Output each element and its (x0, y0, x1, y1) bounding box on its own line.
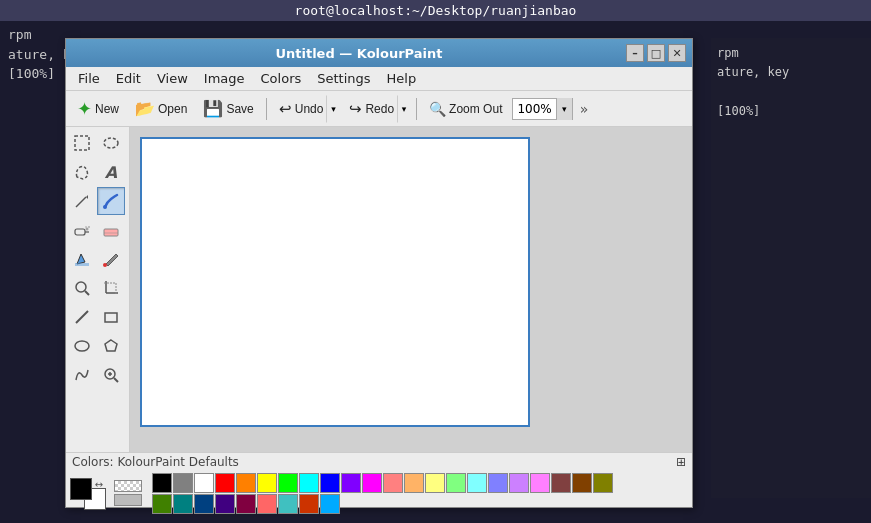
kp-colorbar: Colors: KolourPaint Defaults ⊞ ↔ (66, 452, 692, 507)
palette-swatch[interactable] (383, 473, 403, 493)
colorbar-label-row: Colors: KolourPaint Defaults ⊞ (66, 453, 692, 471)
palette-swatch[interactable] (278, 473, 298, 493)
palette-swatch[interactable] (194, 473, 214, 493)
menu-colors[interactable]: Colors (253, 69, 310, 88)
palette-swatch[interactable] (257, 473, 277, 493)
tool-curve[interactable] (68, 361, 96, 389)
tool-eraser[interactable] (97, 216, 125, 244)
redo-button[interactable]: ↪ Redo (342, 95, 397, 123)
palette-swatch[interactable] (278, 494, 298, 514)
svg-rect-10 (104, 229, 118, 236)
zoom-out-label: Zoom Out (449, 102, 502, 116)
svg-point-14 (76, 282, 86, 292)
special-swatches (114, 480, 144, 508)
svg-marker-23 (105, 340, 117, 351)
tool-ellipse-select[interactable] (97, 129, 125, 157)
zoom-value: 100% (513, 102, 555, 116)
fg-color-swatch[interactable] (70, 478, 92, 500)
tool-pencil[interactable] (68, 187, 96, 215)
zoom-out-button[interactable]: 🔍 Zoom Out (422, 95, 509, 123)
zoom-dropdown-btn[interactable]: ▾ (556, 98, 572, 120)
svg-point-8 (88, 226, 90, 228)
redo-group: ↪ Redo ▾ (342, 95, 411, 123)
tool-ellipse[interactable] (68, 332, 96, 360)
palette-swatch[interactable] (152, 494, 172, 514)
tool-brush[interactable] (97, 187, 125, 215)
palette-swatch[interactable] (488, 473, 508, 493)
menu-settings[interactable]: Settings (309, 69, 378, 88)
tool-text[interactable]: A (97, 158, 125, 186)
palette-swatch[interactable] (551, 473, 571, 493)
palette-swatch[interactable] (236, 473, 256, 493)
palette-swatch[interactable] (173, 473, 193, 493)
palette-swatch[interactable] (530, 473, 550, 493)
kp-canvas-area[interactable] (130, 127, 692, 452)
palette-swatch[interactable] (173, 494, 193, 514)
palette-swatch[interactable] (446, 473, 466, 493)
tool-airbrush[interactable] (68, 216, 96, 244)
menu-edit[interactable]: Edit (108, 69, 149, 88)
palette-swatch[interactable] (194, 494, 214, 514)
palette-swatch[interactable] (341, 473, 361, 493)
palette-swatch[interactable] (593, 473, 613, 493)
undo-group: ↩ Undo ▾ (272, 95, 341, 123)
new-button[interactable]: ✦ New (70, 95, 126, 123)
undo-button[interactable]: ↩ Undo (272, 95, 327, 123)
undo-dropdown[interactable]: ▾ (326, 95, 340, 123)
menu-file[interactable]: File (70, 69, 108, 88)
palette-swatch[interactable] (215, 494, 235, 514)
palette-swatch[interactable] (299, 494, 319, 514)
minimize-button[interactable]: – (626, 44, 644, 62)
palette-swatch[interactable] (467, 473, 487, 493)
tool-fill[interactable] (68, 245, 96, 273)
redo-label: Redo (365, 102, 394, 116)
save-button[interactable]: 💾 Save (196, 95, 260, 123)
svg-point-4 (103, 205, 107, 209)
kp-canvas[interactable] (140, 137, 530, 427)
tool-zoom[interactable] (97, 361, 125, 389)
tool-rect-select[interactable] (68, 129, 96, 157)
maximize-button[interactable]: □ (647, 44, 665, 62)
tool-rectangle[interactable] (97, 303, 125, 331)
palette-swatch[interactable] (404, 473, 424, 493)
svg-line-2 (76, 197, 86, 207)
color-current[interactable]: ↔ (70, 478, 106, 510)
redo-dropdown[interactable]: ▾ (397, 95, 411, 123)
tool-crop[interactable] (97, 274, 125, 302)
palette-swatch[interactable] (509, 473, 529, 493)
colorbar-palette-row: ↔ (66, 471, 692, 516)
transparent-swatch[interactable] (114, 480, 142, 492)
palette-swatch[interactable] (257, 494, 277, 514)
open-button[interactable]: 📂 Open (128, 95, 194, 123)
toolbar-more-button[interactable]: » (575, 98, 594, 120)
palette-swatch[interactable] (320, 473, 340, 493)
palette-swatch[interactable] (299, 473, 319, 493)
tool-line[interactable] (68, 303, 96, 331)
palette-swatch[interactable] (362, 473, 382, 493)
pattern-swatch[interactable] (114, 494, 142, 506)
zoom-controls: 🔍 Zoom Out 100% ▾ (422, 95, 573, 123)
toolbox-row-4 (68, 216, 127, 244)
svg-line-15 (85, 291, 89, 295)
tool-magnify[interactable] (68, 274, 96, 302)
menu-view[interactable]: View (149, 69, 196, 88)
toolbox-row-8 (68, 332, 127, 360)
svg-point-22 (75, 341, 89, 351)
toolbox-row-7 (68, 303, 127, 331)
palette-swatch[interactable] (215, 473, 235, 493)
palette-swatch[interactable] (236, 494, 256, 514)
close-button[interactable]: ✕ (668, 44, 686, 62)
colorbar-settings-icon[interactable]: ⊞ (676, 455, 686, 469)
redo-icon: ↪ (349, 100, 362, 118)
tool-freehand-select[interactable] (68, 158, 96, 186)
palette-swatch[interactable] (320, 494, 340, 514)
tool-color-picker[interactable] (97, 245, 125, 273)
palette-swatch[interactable] (152, 473, 172, 493)
menu-image[interactable]: Image (196, 69, 253, 88)
toolbox-row-1 (68, 129, 127, 157)
menu-help[interactable]: Help (379, 69, 425, 88)
tool-polygon[interactable] (97, 332, 125, 360)
palette-swatch[interactable] (425, 473, 445, 493)
palette-swatch[interactable] (572, 473, 592, 493)
kp-titlebar: Untitled — KolourPaint – □ ✕ (66, 39, 692, 67)
